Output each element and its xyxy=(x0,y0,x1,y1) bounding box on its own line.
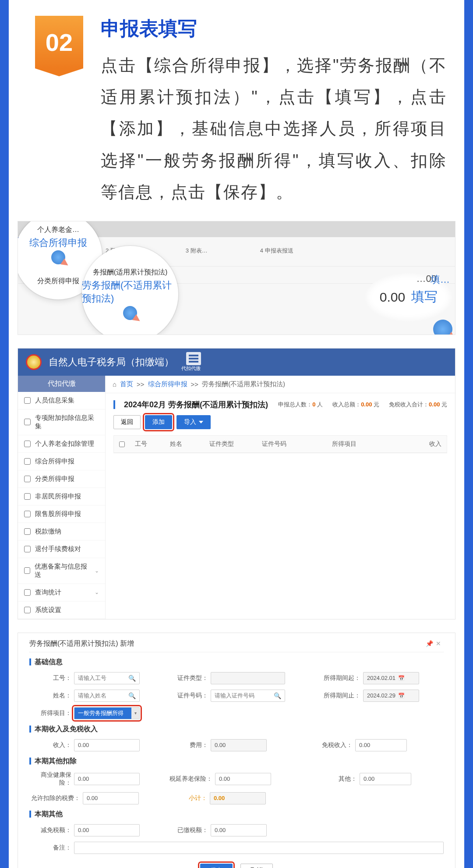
sidebar-item-zhsd[interactable]: 综合所得申报 xyxy=(18,453,105,470)
calendar-icon: 📅 xyxy=(398,693,405,699)
sidebar-item-zxfj[interactable]: 专项附加扣除信息采集 xyxy=(18,409,105,435)
calendar-icon: 📅 xyxy=(398,675,405,681)
yxkc-input[interactable] xyxy=(83,792,139,804)
shield-icon xyxy=(24,441,31,447)
fill-link[interactable]: 填写 xyxy=(411,288,438,306)
pin-icon[interactable]: 📌 xyxy=(426,640,436,647)
cursor-icon xyxy=(433,320,452,335)
col-sdxm: 所得项目 xyxy=(327,436,384,452)
chevron-down-icon: ⌄ xyxy=(95,568,99,574)
bz-input[interactable] xyxy=(74,842,444,854)
xm-input[interactable]: 🔍 xyxy=(74,690,140,702)
sidebar-item-tfsx[interactable]: 退付手续费核对 xyxy=(18,541,105,558)
crumb-home[interactable]: 首页 xyxy=(120,380,133,388)
fy-input: 0.00 xyxy=(211,739,267,751)
chevron-down-icon: ⌄ xyxy=(95,589,99,595)
sidebar-item-zhsd[interactable]: 综合所得申报 xyxy=(29,236,87,249)
sidebar-item-gryl[interactable]: 个人养老金扣除管理 xyxy=(18,435,105,453)
start-date[interactable]: 2024.02.01📅 xyxy=(363,672,419,684)
search-icon xyxy=(24,589,31,596)
step-badge: 02 xyxy=(35,16,83,68)
search-icon[interactable]: 🔍 xyxy=(128,692,136,699)
col-sr: 收入 xyxy=(384,436,447,452)
end-date[interactable]: 2024.02.29📅 xyxy=(363,690,419,702)
section-income: 本期收入及免税收入 xyxy=(35,725,98,734)
search-icon[interactable]: 🔍 xyxy=(128,675,136,682)
sidebar-item-cxtj[interactable]: 查询统计⌄ xyxy=(18,584,105,601)
save-button[interactable]: 保存 xyxy=(200,864,233,868)
step-description: 点击【综合所得申报】，选择"劳务报酬（不适用累计预扣法）"，点击【填写】，点击【… xyxy=(101,50,447,208)
page-title: 2024年02月 劳务报酬(不适用累计预扣法) xyxy=(124,399,268,410)
list-icon xyxy=(24,419,31,425)
add-button[interactable]: 添加 xyxy=(145,415,172,429)
person-icon xyxy=(24,397,31,404)
zjhm-input[interactable]: 🔍 xyxy=(211,690,285,702)
sidebar-item-xsg[interactable]: 限售股所得申报 xyxy=(18,505,105,523)
crumb-current: 劳务报酬(不适用累计预扣法) xyxy=(202,380,285,388)
chevron-down-icon: ▾ xyxy=(131,708,139,719)
cursor-icon xyxy=(51,250,65,264)
section-other: 本期其他 xyxy=(35,810,63,819)
summary-stats: 申报总人数：0 人 收入总额：0.00 元 免税收入合计：0.00 元 xyxy=(278,401,447,409)
receipt-icon xyxy=(24,546,31,552)
col-zjlx: 证件类型 xyxy=(204,436,257,452)
chevron-down-icon xyxy=(199,421,203,423)
zjlx-input xyxy=(211,672,285,684)
step-title: 申报表填写 xyxy=(101,16,447,42)
step-number: 02 xyxy=(46,28,73,57)
sidebar-item-flsd[interactable]: 分类所得申报 xyxy=(18,470,105,488)
app-header: 自然人电子税务局（扣缴端） 代扣代缴 xyxy=(18,349,455,376)
section-basic: 基础信息 xyxy=(35,658,63,667)
sdxm-select[interactable]: 一般劳务报酬所得▾ xyxy=(74,707,140,719)
cancel-button[interactable]: 取消 xyxy=(240,864,273,868)
sr-input[interactable] xyxy=(74,739,140,751)
dialog-title: 劳务报酬(不适用累计预扣法) 新增 xyxy=(29,639,134,648)
xj-value: 0.00 xyxy=(210,792,266,804)
sidebar-item-ryxx[interactable]: 人员信息采集 xyxy=(18,392,105,409)
clock-icon xyxy=(24,476,31,482)
back-button[interactable]: 返回 xyxy=(113,415,141,429)
gh-input[interactable]: 🔍 xyxy=(74,672,140,684)
header-tab-dkdj[interactable]: 代扣代缴 xyxy=(181,365,201,372)
mssr-input[interactable] xyxy=(355,739,407,751)
yjse-input[interactable] xyxy=(211,824,267,836)
home-icon[interactable]: ⌂ xyxy=(113,381,116,388)
emblem-icon xyxy=(26,354,42,370)
syjk-input[interactable] xyxy=(74,773,140,785)
data-table: 工号 姓名 证件类型 证件号码 所得项目 收入 xyxy=(113,435,447,453)
bookmark-icon xyxy=(24,567,30,574)
wizard-step-4: 4 申报表报送 xyxy=(260,247,293,255)
syyl-input[interactable] xyxy=(215,773,271,785)
sidebar-item-skjn[interactable]: 税款缴纳 xyxy=(18,523,105,541)
crumb-zhsd[interactable]: 综合所得申报 xyxy=(148,380,187,388)
import-button[interactable]: 导入 xyxy=(176,415,211,429)
col-zjhm: 证件号码 xyxy=(257,436,327,452)
breadcrumb: ⌂ 首页 >> 综合所得申报 >> 劳务报酬(不适用累计预扣法) xyxy=(106,376,455,393)
gear-icon xyxy=(24,607,31,613)
sidebar-item-fjm[interactable]: 非居民所得申报 xyxy=(18,488,105,505)
sidebar-tag: 代扣代缴 xyxy=(18,376,105,392)
wallet-icon[interactable] xyxy=(186,352,201,365)
qt-input[interactable] xyxy=(360,773,411,785)
cursor-icon xyxy=(123,306,137,320)
doc-icon xyxy=(24,458,31,465)
close-icon[interactable]: ✕ xyxy=(436,640,444,647)
col-xm: 姓名 xyxy=(165,436,204,452)
row-lwbc-noapply-zoom[interactable]: 劳务报酬(不适用累计预扣法) xyxy=(82,279,178,305)
col-gh: 工号 xyxy=(130,436,165,452)
search-icon[interactable]: 🔍 xyxy=(274,692,281,699)
jmse-input[interactable] xyxy=(74,824,140,836)
amount-value: 0.00 xyxy=(380,290,405,305)
wizard-step-3: 3 附表… xyxy=(186,247,208,255)
add-dialog: 劳务报酬(不适用累计预扣法) 新增 📌✕ 基础信息 工号：🔍 证件类型： 所得期… xyxy=(18,633,455,868)
sidebar-item-xtsz[interactable]: 系统设置 xyxy=(18,601,105,619)
app-title: 自然人电子税务局（扣缴端） xyxy=(49,356,174,369)
sidebar: 代扣代缴 人员信息采集 专项附加扣除信息采集 个人养老金扣除管理 综合所得申报 … xyxy=(18,376,106,619)
section-other-deduct: 本期其他扣除 xyxy=(35,757,77,766)
select-all-checkbox[interactable] xyxy=(119,441,125,447)
zoom-lens-rows: 务报酬(适用累计预扣法) 劳务报酬(不适用累计预扣法) xyxy=(82,246,178,335)
user-icon xyxy=(24,493,31,500)
etax-app-window: 自然人电子税务局（扣缴端） 代扣代缴 代扣代缴 人员信息采集 专项附加扣除信息采… xyxy=(18,348,455,619)
sidebar-item-yhba[interactable]: 优惠备案与信息报送⌄ xyxy=(18,558,105,584)
callout-illustration: 2 预扣税… 3 附表… 4 申报表报送 务报酬(适用累计预扣法) 劳务报酬(不… xyxy=(18,221,455,335)
